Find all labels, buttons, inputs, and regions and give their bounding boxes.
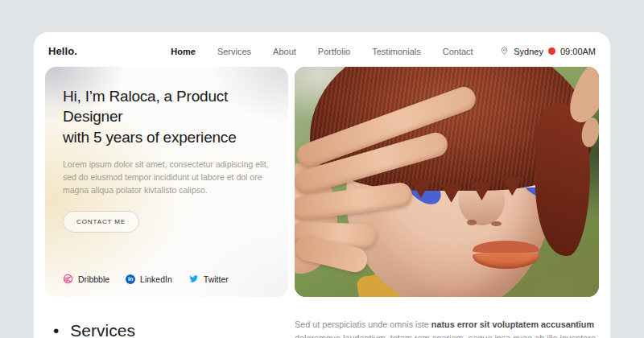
hero-section: Hi, I’m Raloca, a Product Designer with …: [34, 67, 610, 297]
nav-item-contact[interactable]: Contact: [443, 47, 473, 56]
paragraph-bold: natus error sit voluptatem accusantium: [431, 319, 594, 329]
social-links: Dribbble in LinkedIn Twitter: [63, 274, 229, 284]
main-nav: Home Services About Portfolio Testimonia…: [171, 47, 473, 56]
hero-title-line1: Hi, I’m Raloca, a Product Designer: [63, 86, 270, 127]
live-status-dot: [548, 47, 555, 55]
nav-item-home[interactable]: Home: [171, 47, 196, 56]
dribbble-icon: [63, 274, 73, 284]
nav-item-services[interactable]: Services: [217, 47, 251, 56]
contact-me-button[interactable]: CONTACT ME: [63, 211, 139, 233]
twitter-icon: [188, 274, 199, 284]
social-label: Twitter: [204, 274, 229, 284]
nav-item-portfolio[interactable]: Portfolio: [318, 47, 350, 56]
services-intro-paragraph: Sed ut perspiciatis unde omnis iste natu…: [295, 316, 599, 338]
social-label: Dribbble: [78, 274, 109, 284]
social-link-twitter[interactable]: Twitter: [188, 274, 229, 284]
hero-intro-card: Hi, I’m Raloca, a Product Designer with …: [45, 67, 288, 297]
hero-title-line2: with 5 years of experience: [63, 127, 270, 147]
linkedin-icon: in: [126, 274, 135, 284]
photo-upper-lip: [473, 241, 539, 253]
paragraph-tail: doloremque laudantium, totam rem aperiam…: [295, 333, 596, 338]
hero-description: Lorem ipsum dolor sit amet, consectetur …: [63, 158, 270, 197]
hero-photo: [295, 67, 599, 297]
photo-hair-side: [535, 104, 590, 256]
services-bullet: •: [53, 321, 59, 338]
nav-item-testimonials[interactable]: Testimonials: [372, 47, 421, 56]
location-time-status: Sydney 09:00AM: [500, 47, 596, 56]
location-label: Sydney: [514, 47, 543, 56]
main-container: Hello. Home Services About Portfolio Tes…: [34, 32, 610, 338]
hero-title: Hi, I’m Raloca, a Product Designer with …: [63, 86, 270, 147]
services-label: Services: [70, 321, 135, 338]
photo-lips: [473, 241, 539, 268]
social-link-dribbble[interactable]: Dribbble: [63, 274, 109, 284]
site-logo[interactable]: Hello.: [48, 45, 77, 57]
photo-lower-lip: [473, 253, 539, 269]
social-link-linkedin[interactable]: in LinkedIn: [126, 274, 172, 284]
nav-item-about[interactable]: About: [273, 47, 296, 56]
time-label: 09:00AM: [560, 47, 596, 56]
location-pin-icon: [500, 47, 509, 56]
paragraph-lead: Sed ut perspiciatis unde omnis iste: [295, 319, 431, 329]
social-label: LinkedIn: [140, 274, 172, 284]
services-heading: • Services: [45, 316, 288, 338]
top-navigation-bar: Hello. Home Services About Portfolio Tes…: [34, 32, 610, 67]
services-section: • Services Sed ut perspiciatis unde omni…: [34, 316, 610, 338]
